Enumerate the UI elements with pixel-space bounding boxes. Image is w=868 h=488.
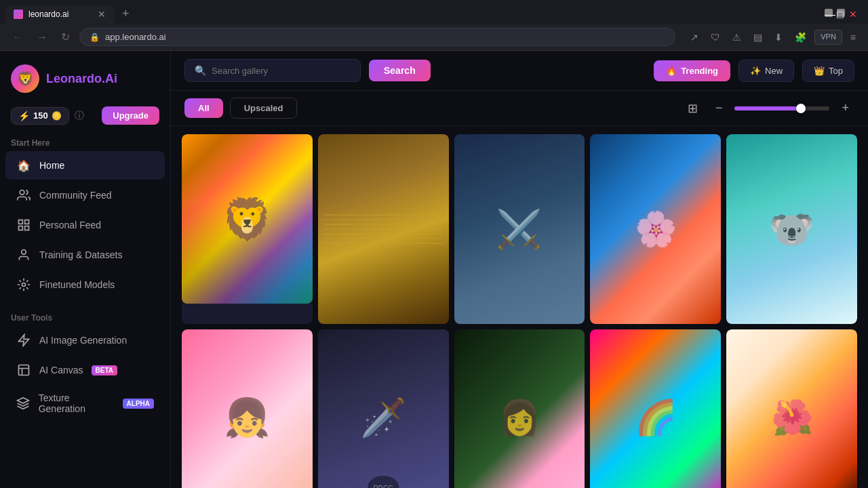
credits-coin-icon: 🪙 [52, 111, 62, 121]
remix-btn[interactable]: # [518, 333, 537, 352]
gallery-item[interactable]: 👩 # ⋯ ⤢ [454, 329, 585, 488]
grid-view-icon[interactable]: ⊞ [682, 98, 703, 119]
sidebar-item-training[interactable]: Training & Datasets [5, 241, 165, 269]
new-tab-button[interactable]: + [117, 4, 135, 24]
top-bar: 🔍 Search 🔥 Trending ✨ New 👑 Top [171, 51, 868, 91]
beta-badge: BETA [92, 365, 117, 375]
options-btn[interactable]: ⋯ [268, 138, 287, 157]
trending-button[interactable]: 🔥 Trending [654, 60, 730, 81]
options-btn[interactable]: ⋯ [540, 138, 559, 157]
remix-btn[interactable]: # [246, 333, 265, 352]
ai-canvas-icon [16, 363, 31, 378]
options-btn[interactable]: ⋯ [404, 138, 423, 157]
remix-btn[interactable]: # [791, 138, 810, 157]
expand-btn[interactable]: ⤢ [834, 333, 853, 352]
gallery-item[interactable]: 🐨 # ⋯ ⤢ [726, 134, 857, 324]
top-button[interactable]: 👑 Top [802, 60, 854, 82]
sidebar-item-training-label: Training & Datasets [39, 249, 122, 260]
sparkle-icon: ✨ [750, 66, 761, 76]
menu-icon[interactable]: ≡ [846, 30, 860, 45]
options-btn[interactable]: ⋯ [812, 333, 831, 352]
expand-btn[interactable]: ⤢ [290, 333, 309, 352]
expand-btn[interactable]: ⤢ [561, 333, 580, 352]
remix-btn[interactable]: # [791, 333, 810, 352]
sidebar-item-ai-image[interactable]: AI Image Generation [5, 326, 165, 354]
gallery-item[interactable]: 🌸 # ⋯ ⤢ [590, 134, 721, 324]
zoom-out-button[interactable]: − [710, 98, 728, 118]
share-icon[interactable]: ↗ [686, 30, 703, 45]
remix-btn[interactable]: # [382, 138, 401, 157]
options-btn[interactable]: ⋯ [812, 138, 831, 157]
start-here-label: Start Here [0, 133, 170, 150]
sidebar-item-community-feed[interactable]: Community Feed [5, 181, 165, 209]
options-btn[interactable]: ⋯ [404, 333, 423, 352]
url-bar[interactable]: 🔒 app.leonardo.ai [79, 28, 675, 46]
personal-feed-icon [16, 218, 31, 232]
extensions-icon[interactable]: 🧩 [791, 30, 810, 45]
window-minimize[interactable]: — [825, 9, 833, 17]
all-filter-button[interactable]: All [184, 98, 223, 118]
gallery-item[interactable]: ⚔️ # ⋯ ⤢ [454, 134, 585, 324]
gallery-item[interactable]: 🦁 # ⋯ ⤢ [182, 134, 313, 324]
sidebar-item-home[interactable]: 🏠 Home [5, 151, 165, 180]
upgrade-button[interactable]: Upgrade [102, 106, 159, 125]
options-btn[interactable]: ⋯ [268, 333, 287, 352]
sidebar-item-ai-canvas[interactable]: AI Canvas BETA [5, 356, 165, 384]
sidebar-item-personal-feed[interactable]: Personal Feed [5, 211, 165, 239]
expand-btn[interactable]: ⤢ [834, 138, 853, 157]
zoom-in-button[interactable]: + [836, 98, 854, 118]
alert-icon[interactable]: ⚠ [728, 30, 745, 45]
search-button[interactable]: Search [369, 60, 431, 81]
remix-btn[interactable]: # [654, 333, 673, 352]
gallery-item[interactable]: 👧 # ⋯ ⤢ [182, 329, 313, 488]
info-icon[interactable]: ⓘ [75, 110, 84, 122]
sidebar-item-ai-image-label: AI Image Generation [39, 335, 127, 346]
remix-btn[interactable]: # [654, 138, 673, 157]
gallery-item[interactable]: 🗡️ RRCG ⋯ ⤢ [318, 329, 449, 488]
shield-icon[interactable]: 🛡 [707, 30, 724, 45]
sidebar-logo: 🦁 Leonardo.Ai [0, 59, 170, 104]
sidebar-item-texture[interactable]: Texture Generation ALPHA [5, 386, 165, 421]
window-maximize[interactable]: □ [837, 9, 845, 17]
secure-icon: 🔒 [90, 33, 100, 42]
remix-btn[interactable]: # [246, 138, 265, 157]
expand-btn[interactable]: ⤢ [290, 138, 309, 157]
reader-icon[interactable]: ▤ [749, 30, 766, 45]
gallery-item[interactable]: # ⋯ ⤢ [318, 134, 449, 324]
options-btn[interactable]: ⋯ [676, 333, 695, 352]
training-icon [16, 247, 31, 262]
remix-btn[interactable]: # [518, 138, 537, 157]
zoom-slider[interactable] [734, 106, 829, 110]
active-tab[interactable]: leonardo.ai ✕ [5, 5, 114, 24]
search-icon: 🔍 [195, 65, 206, 76]
expand-btn[interactable]: ⤢ [561, 138, 580, 157]
svg-marker-7 [19, 335, 29, 346]
expand-btn[interactable]: ⤢ [698, 138, 717, 157]
expand-btn[interactable]: ⤢ [426, 333, 445, 352]
svg-rect-4 [25, 226, 29, 230]
options-btn[interactable]: ⋯ [676, 138, 695, 157]
sidebar-item-finetuned[interactable]: Finetuned Models [5, 270, 165, 299]
refresh-button[interactable]: ↻ [57, 29, 74, 45]
svg-rect-2 [25, 220, 29, 224]
options-btn[interactable]: ⋯ [540, 333, 559, 352]
back-button[interactable]: ← [8, 30, 27, 45]
tab-close-button[interactable]: ✕ [98, 9, 106, 20]
forward-button[interactable]: → [33, 30, 52, 45]
credits-row: ⚡ 150 🪙 ⓘ Upgrade [0, 104, 170, 133]
credits-value: 150 [33, 110, 48, 121]
gallery-item[interactable]: 🌈 # ⋯ ⤢ [590, 329, 721, 488]
window-close[interactable]: ✕ [849, 9, 857, 20]
svg-point-5 [22, 250, 26, 255]
expand-btn[interactable]: ⤢ [426, 138, 445, 157]
download-icon[interactable]: ⬇ [770, 30, 787, 45]
expand-btn[interactable]: ⤢ [698, 333, 717, 352]
sidebar-item-home-label: Home [39, 160, 64, 171]
new-button[interactable]: ✨ New [738, 60, 794, 82]
filter-row: All Upscaled ⊞ − + [171, 91, 868, 126]
sidebar-item-community-label: Community Feed [39, 190, 112, 201]
search-container: 🔍 [184, 59, 361, 82]
gallery-item[interactable]: 🌺 # ⋯ ⤢ [726, 329, 857, 488]
search-input[interactable] [212, 66, 320, 76]
upscaled-filter-button[interactable]: Upscaled [230, 98, 298, 119]
